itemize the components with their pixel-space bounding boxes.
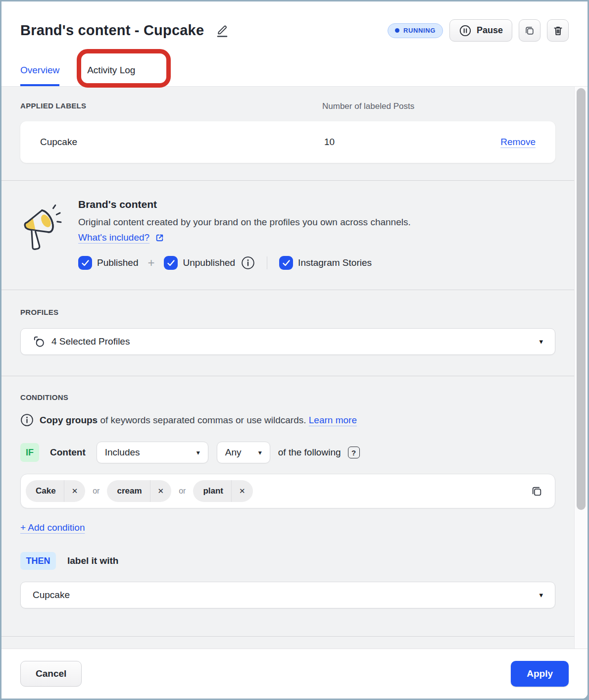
check-icon [282, 259, 291, 267]
content-type-description: Original content created by your brand o… [78, 217, 411, 228]
profiles-select-value: 4 Selected Profiles [51, 336, 130, 347]
tab-bar: Overview Activity Log [20, 65, 135, 86]
labeled-posts-column-header: Number of labeled Posts [322, 101, 414, 111]
conditions-hint: Copy groups of keywords separated commas… [40, 415, 357, 426]
scrollbar[interactable] [574, 87, 588, 649]
remove-keyword-button[interactable]: ✕ [64, 487, 86, 496]
remove-keyword-button[interactable]: ✕ [150, 487, 172, 496]
conditions-heading: CONDITIONS [20, 393, 555, 401]
conditions-section: CONDITIONS Copy groups of keywords separ… [1, 376, 574, 637]
edit-title-button[interactable] [214, 23, 231, 39]
copy-keywords-button[interactable] [531, 485, 543, 498]
status-dot-icon [395, 28, 399, 33]
external-link-icon[interactable] [154, 233, 165, 243]
check-icon [81, 259, 90, 267]
help-icon[interactable]: ? [348, 447, 360, 458]
content-type-section: Brand's content Original content created… [1, 181, 574, 290]
plus-separator: + [147, 256, 154, 270]
spacer [1, 637, 574, 649]
copy-icon [524, 25, 535, 36]
megaphone-icon [20, 199, 78, 290]
applied-label-row: Cupcake 10 Remove [20, 121, 555, 163]
unpublished-label: Unpublished [183, 257, 235, 268]
label-select-value: Cupcake [33, 590, 70, 600]
or-separator: or [93, 487, 99, 496]
automation-rule-dialog: Brand's content - Cupcake RUNNING [0, 0, 589, 700]
label-name: Cupcake [40, 137, 324, 148]
chevron-down-icon: ▾ [539, 337, 543, 346]
condition-subject: Content [50, 447, 86, 458]
profiles-section: PROFILES 4 Selected Profiles ▾ [1, 290, 574, 376]
page-title: Brand's content - Cupcake [20, 22, 204, 39]
delete-button[interactable] [547, 19, 569, 42]
then-badge: THEN [20, 552, 56, 570]
apply-button[interactable]: Apply [511, 661, 569, 687]
match-select[interactable]: Any ▾ [217, 442, 270, 463]
footer: Cancel Apply [1, 649, 588, 699]
cancel-button[interactable]: Cancel [20, 661, 82, 687]
published-label: Published [97, 257, 138, 268]
copy-icon [531, 485, 543, 498]
keywords-input[interactable]: Cake ✕ or cream ✕ or plant ✕ [20, 474, 555, 508]
tab-activity-log[interactable]: Activity Log [87, 65, 135, 86]
or-separator: or [179, 487, 186, 496]
profiles-select[interactable]: 4 Selected Profiles ▾ [20, 328, 555, 355]
keyword-chip: cream ✕ [107, 480, 171, 502]
check-icon [167, 259, 175, 267]
profiles-heading: PROFILES [20, 308, 555, 316]
tab-overview[interactable]: Overview [20, 65, 59, 86]
remove-keyword-button[interactable]: ✕ [232, 487, 253, 496]
add-condition-link[interactable]: + Add condition [20, 522, 85, 533]
content-type-title: Brand's content [78, 199, 411, 210]
keyword-chip: plant ✕ [193, 480, 252, 502]
checkbox-divider [267, 256, 267, 269]
pencil-icon [214, 23, 231, 39]
header: Brand's content - Cupcake RUNNING [1, 1, 588, 87]
chevron-down-icon: ▾ [258, 449, 262, 456]
condition-suffix: of the following [278, 447, 341, 458]
pause-button[interactable]: Pause [449, 19, 512, 42]
status-badge: RUNNING [388, 23, 443, 38]
pause-icon [459, 24, 472, 37]
instagram-stories-label: Instagram Stories [298, 257, 372, 268]
if-badge: IF [20, 443, 39, 462]
profiles-icon [33, 335, 46, 348]
duplicate-button[interactable] [519, 19, 540, 42]
keyword-chip: Cake ✕ [26, 480, 85, 502]
chevron-down-icon: ▾ [539, 591, 543, 600]
applied-labels-heading: APPLIED LABELS [20, 101, 322, 111]
chevron-down-icon: ▾ [196, 449, 200, 456]
trash-icon [552, 25, 564, 37]
label-select[interactable]: Cupcake ▾ [20, 582, 555, 608]
operator-select[interactable]: Includes ▾ [97, 442, 208, 463]
info-icon [20, 413, 34, 427]
instagram-stories-checkbox[interactable] [279, 256, 293, 270]
unpublished-info-icon[interactable] [241, 256, 255, 270]
applied-labels-section: APPLIED LABELS Number of labeled Posts C… [1, 87, 574, 181]
scrollbar-thumb[interactable] [577, 88, 586, 510]
learn-more-link[interactable]: Learn more [309, 415, 357, 425]
whats-included-link[interactable]: What's included? [78, 232, 149, 243]
then-text: label it with [67, 555, 118, 566]
unpublished-checkbox[interactable] [164, 256, 178, 270]
dialog-body: APPLIED LABELS Number of labeled Posts C… [1, 87, 588, 649]
labeled-posts-count: 10 [324, 137, 500, 148]
remove-label-link[interactable]: Remove [500, 137, 536, 148]
published-checkbox[interactable] [78, 256, 92, 270]
